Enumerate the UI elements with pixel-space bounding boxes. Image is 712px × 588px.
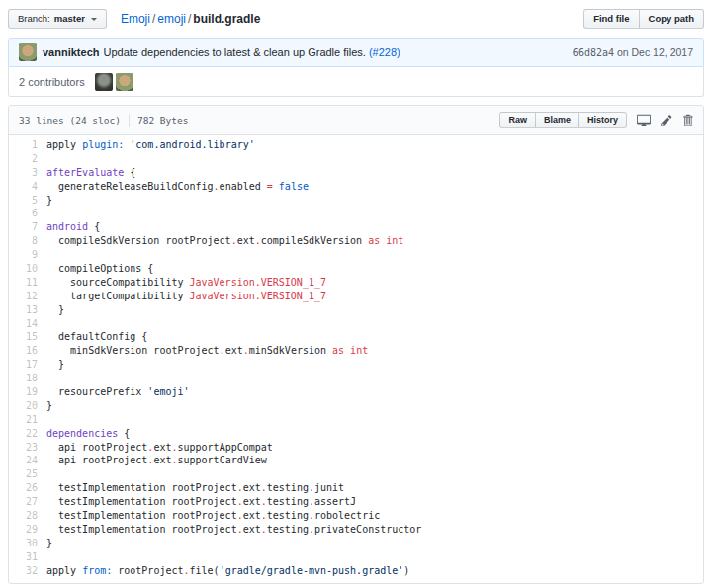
delete-file-button[interactable] <box>682 114 693 126</box>
line-number[interactable]: 12 <box>9 290 46 303</box>
line-number[interactable]: 26 <box>9 481 46 495</box>
code-text: resourcePrefix 'emoji' <box>46 385 190 399</box>
line-number[interactable]: 28 <box>9 509 46 523</box>
code-text: defaultConfig { <box>46 330 147 344</box>
line-number[interactable]: 10 <box>9 262 46 276</box>
code-line: 1apply plugin: 'com.android.library' <box>9 138 703 152</box>
file-size: 782 Bytes <box>137 115 188 126</box>
code-line: 7android { <box>9 220 703 234</box>
commit-author-avatar[interactable] <box>19 43 37 61</box>
code-text: api rootProject.ext.supportAppCompat <box>46 441 273 455</box>
branch-label: Branch: <box>18 14 50 24</box>
line-number[interactable]: 32 <box>9 564 46 578</box>
code-line: 23 api rootProject.ext.supportAppCompat <box>9 441 703 455</box>
code-line: 29 testImplementation rootProject.ext.te… <box>9 523 703 537</box>
page: Branch: master Emoji/emoji/build.gradle … <box>0 0 712 588</box>
contributors-count-link[interactable]: 2 contributors <box>19 76 85 88</box>
line-number[interactable]: 27 <box>9 495 46 509</box>
commit-message-link[interactable]: Update dependencies to latest & clean up… <box>103 46 365 58</box>
code-line: 2 <box>9 152 703 166</box>
branch-select-button[interactable]: Branch: master <box>8 9 107 29</box>
copy-path-button[interactable]: Copy path <box>639 9 704 29</box>
line-number[interactable]: 2 <box>9 152 46 166</box>
contributor-avatar-vanniktech[interactable] <box>116 73 134 91</box>
breadcrumb: Emoji/emoji/build.gradle <box>121 12 260 26</box>
code-line: 30} <box>9 537 703 550</box>
code-line: 20} <box>9 399 703 413</box>
code-line: 28 testImplementation rootProject.ext.te… <box>9 509 703 523</box>
device-desktop-icon <box>637 113 651 126</box>
line-number[interactable]: 21 <box>9 413 46 427</box>
trash-icon <box>682 114 693 126</box>
code-text: android { <box>46 220 100 234</box>
file-actions: Raw Blame History <box>499 112 693 129</box>
file-info: 33 lines (24 sloc) 782 Bytes <box>19 114 188 127</box>
line-number[interactable]: 18 <box>9 372 46 385</box>
line-number[interactable]: 8 <box>9 234 46 248</box>
code-line: 8 compileSdkVersion rootProject.ext.comp… <box>9 234 703 248</box>
code-line: 32apply from: rootProject.file('gradle/g… <box>9 564 703 578</box>
code-text: } <box>46 399 52 413</box>
code-text: sourceCompatibility JavaVersion.VERSION_… <box>46 276 326 290</box>
code-line: 13 } <box>9 303 703 317</box>
code-line: 16 minSdkVersion rootProject.ext.minSdkV… <box>9 344 703 358</box>
open-in-desktop-button[interactable] <box>637 113 651 126</box>
commit-author-link[interactable]: vanniktech <box>43 46 99 58</box>
code-line: 9 <box>9 248 703 262</box>
line-number[interactable]: 5 <box>9 194 46 208</box>
commit-sha-link[interactable]: 66d82a4 <box>573 47 614 58</box>
commit-date: on Dec 12, 2017 <box>617 46 693 58</box>
line-number[interactable]: 17 <box>9 358 46 372</box>
line-number[interactable]: 6 <box>9 207 46 220</box>
code-line: 22dependencies { <box>9 427 703 441</box>
code-line: 3afterEvaluate { <box>9 166 703 180</box>
line-number[interactable]: 15 <box>9 330 46 344</box>
find-file-button[interactable]: Find file <box>583 9 639 29</box>
breadcrumb-repo-link[interactable]: Emoji <box>121 12 150 26</box>
line-number[interactable]: 13 <box>9 303 46 317</box>
code-line: 12 targetCompatibility JavaVersion.VERSI… <box>9 290 703 303</box>
line-number[interactable]: 24 <box>9 454 46 467</box>
code-line: 14 <box>9 317 703 331</box>
line-number[interactable]: 30 <box>9 537 46 550</box>
line-number[interactable]: 1 <box>9 138 46 152</box>
raw-button[interactable]: Raw <box>499 112 536 129</box>
line-number[interactable]: 22 <box>9 427 46 441</box>
code-line: 4 generateReleaseBuildConfig.enabled = f… <box>9 180 703 194</box>
line-number[interactable]: 14 <box>9 317 46 331</box>
file-navigation: Branch: master Emoji/emoji/build.gradle … <box>8 4 704 34</box>
line-number[interactable]: 29 <box>9 523 46 537</box>
line-number[interactable]: 3 <box>9 166 46 180</box>
commit-pr-link[interactable]: (#228) <box>369 46 400 58</box>
contributor-avatar-dark[interactable] <box>95 73 113 91</box>
code-text: } <box>46 303 64 317</box>
code-text: testImplementation rootProject.ext.testi… <box>46 523 421 537</box>
code-line: 6 <box>9 207 703 220</box>
breadcrumb-dir-link[interactable]: emoji <box>157 12 186 26</box>
line-number[interactable]: 7 <box>9 220 46 234</box>
code-blob: 1apply plugin: 'com.android.library'23af… <box>9 135 703 583</box>
line-number[interactable]: 9 <box>9 248 46 262</box>
code-text: apply from: rootProject.file('gradle/gra… <box>46 564 409 578</box>
line-number[interactable]: 20 <box>9 399 46 413</box>
line-number[interactable]: 25 <box>9 467 46 481</box>
line-number[interactable]: 19 <box>9 385 46 399</box>
line-number[interactable]: 11 <box>9 276 46 290</box>
blame-button[interactable]: Blame <box>535 112 579 129</box>
line-number[interactable]: 23 <box>9 441 46 455</box>
line-number[interactable]: 4 <box>9 180 46 194</box>
code-line: 11 sourceCompatibility JavaVersion.VERSI… <box>9 276 703 290</box>
code-text: testImplementation rootProject.ext.testi… <box>46 481 344 495</box>
code-text: } <box>46 537 52 550</box>
code-text: dependencies { <box>46 427 130 441</box>
line-number[interactable]: 31 <box>9 550 46 564</box>
commit-tease: vanniktech Update dependencies to latest… <box>8 38 704 67</box>
history-button[interactable]: History <box>578 112 627 129</box>
edit-file-button[interactable] <box>661 114 672 126</box>
line-number[interactable]: 16 <box>9 344 46 358</box>
code-line: 10 compileOptions { <box>9 262 703 276</box>
code-line: 19 resourcePrefix 'emoji' <box>9 385 703 399</box>
code-text: } <box>46 358 64 372</box>
file-box: 33 lines (24 sloc) 782 Bytes Raw Blame H… <box>8 105 704 584</box>
code-text: targetCompatibility JavaVersion.VERSION_… <box>46 290 326 303</box>
